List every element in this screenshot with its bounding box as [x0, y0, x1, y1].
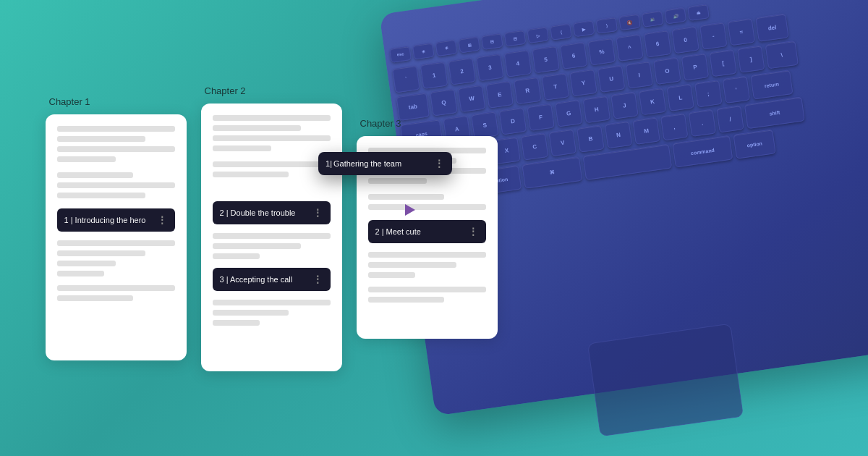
scene-bar-ch3-2[interactable]: 2 | Meet cute ⋮	[368, 220, 486, 243]
scene-options-icon[interactable]: ⋮	[157, 214, 168, 226]
floating-scene-separator: |	[330, 159, 332, 168]
scene-bar-ch1-1[interactable]: 1 | Introducing the hero ⋮	[57, 208, 175, 232]
ch1-lines-mid	[57, 172, 175, 198]
ch3-lines-mid	[368, 194, 486, 210]
placeholder-line	[57, 285, 175, 291]
placeholder-line	[57, 295, 134, 301]
drag-cursor	[405, 204, 415, 216]
key-rbracket: ]	[737, 45, 765, 72]
placeholder-line	[368, 178, 427, 184]
placeholder-line	[57, 136, 145, 142]
scene-options-icon[interactable]: ⋮	[312, 207, 323, 219]
key-f9: ⟩	[596, 17, 618, 34]
chapter-1-column: Chapter 1 1 | Introducing the hero ⋮	[46, 96, 187, 360]
key-k: K	[639, 88, 666, 115]
placeholder-line	[368, 262, 456, 268]
placeholder-line	[213, 253, 260, 259]
key-f10: 🔇	[618, 14, 641, 31]
key-equals: =	[728, 18, 755, 46]
key-option-right: option	[733, 129, 776, 159]
key-semicolon: ;	[694, 80, 722, 107]
scene-bar-ch2-2[interactable]: 2 | Double the trouble ⋮	[213, 201, 331, 224]
placeholder-line	[213, 300, 331, 305]
placeholder-line	[57, 250, 145, 256]
key-slash: /	[716, 105, 744, 132]
ch1-lines-bottom	[57, 285, 175, 301]
ch1-lines-after-bar	[57, 240, 175, 276]
placeholder-line	[213, 310, 289, 316]
key-o: O	[653, 57, 681, 85]
scene-options-icon[interactable]: ⋮	[468, 226, 479, 237]
placeholder-line	[57, 261, 116, 266]
key-backslash: \	[765, 41, 799, 69]
placeholder-line	[368, 252, 486, 258]
key-minus: -	[699, 22, 727, 49]
chapter-2-column: Chapter 2 2 | Double the trouble ⋮	[201, 85, 342, 371]
scene-bar-label: 2 | Meet cute	[375, 227, 421, 236]
ch2-drag-spacer	[213, 161, 331, 201]
chapter-1-card: 1 | Introducing the hero ⋮	[46, 114, 187, 360]
placeholder-line	[213, 145, 272, 151]
ch3-lines-after-bar	[368, 252, 486, 278]
key-quote: '	[723, 76, 750, 104]
scene-bar-label: 1 | Introducing the hero	[64, 216, 146, 224]
ch3-lines-bottom	[368, 287, 486, 303]
placeholder-line	[57, 240, 175, 246]
ch2-lines-mid	[213, 233, 331, 259]
key-6: 6	[560, 41, 587, 69]
key-f12: 🔊	[665, 7, 687, 25]
key-b: B	[576, 124, 604, 152]
placeholder-line	[57, 182, 175, 188]
placeholder-line	[368, 297, 445, 303]
scene-bar-ch2-3[interactable]: 3 | Accepting the call ⋮	[213, 268, 331, 291]
scene-bar-label: 2 | Double the trouble	[220, 208, 296, 217]
placeholder-line	[213, 115, 331, 121]
key-8: ^	[616, 34, 643, 62]
placeholder-line	[213, 125, 301, 131]
placeholder-line	[57, 126, 175, 132]
key-9: 6	[644, 30, 671, 57]
key-j: J	[610, 91, 638, 119]
placeholder-line	[368, 204, 486, 210]
key-m: M	[632, 117, 660, 144]
key-f11: 🔉	[642, 10, 664, 28]
placeholder-line	[213, 320, 260, 326]
ch2-lines-bottom	[213, 300, 331, 326]
key-t: T	[542, 72, 569, 100]
key-p: P	[681, 53, 709, 80]
ch2-lines-top	[213, 115, 331, 151]
floating-scene-title: Gathering the team	[333, 159, 434, 168]
content-area: Chapter 1 1 | Introducing the hero ⋮	[0, 0, 542, 456]
placeholder-line	[57, 146, 175, 152]
ch1-lines-top	[57, 126, 175, 162]
floating-scene-options-icon[interactable]: ⋮	[434, 158, 445, 169]
key-l: L	[666, 83, 694, 111]
chapter-1-label: Chapter 1	[49, 96, 90, 107]
placeholder-line	[213, 243, 301, 249]
key-f7: ⟨	[550, 23, 572, 41]
key-u: U	[597, 64, 625, 92]
chapter-2-label: Chapter 2	[205, 85, 246, 96]
placeholder-line	[368, 287, 486, 292]
key-n: N	[605, 121, 632, 148]
placeholder-line	[213, 161, 331, 167]
key-return: return	[750, 69, 793, 99]
key-i: I	[626, 61, 653, 88]
key-h: H	[583, 96, 610, 123]
placeholder-line	[57, 193, 145, 198]
key-lbracket: [	[709, 49, 736, 77]
scene-options-icon[interactable]: ⋮	[312, 274, 323, 285]
chapter-3-label: Chapter 3	[360, 118, 401, 129]
placeholder-line	[57, 172, 134, 178]
placeholder-line	[57, 271, 104, 276]
key-v: V	[549, 129, 576, 156]
key-delete: del	[755, 13, 788, 42]
placeholder-line	[213, 172, 289, 177]
key-g: G	[555, 99, 582, 127]
key-period: .	[689, 109, 716, 137]
key-shift-right: shift	[744, 96, 805, 129]
key-comma: ,	[660, 113, 688, 140]
key-y: Y	[569, 69, 597, 96]
placeholder-line	[368, 272, 415, 278]
floating-scene-bar: 1 | Gathering the team ⋮	[318, 152, 452, 175]
